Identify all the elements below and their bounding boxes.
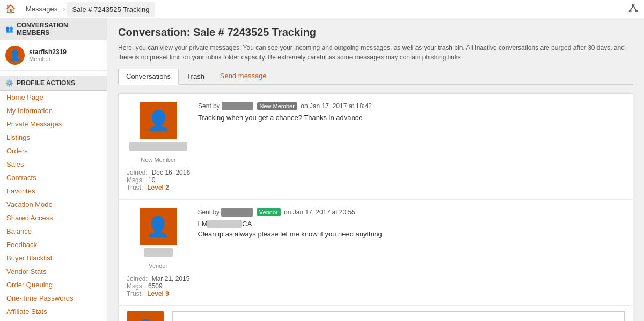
extra-text: LM████CA xyxy=(197,220,625,228)
message-item: 👤 ████████ New Member Joined: Dec 16, 20… xyxy=(119,94,633,200)
tab-send-message[interactable]: Send message xyxy=(213,69,274,84)
user-stats: Joined: Mar 21, 2015 Msgs: 6509 Trust: L… xyxy=(127,275,189,297)
nav-buyer-blacklist[interactable]: Buyer Blacklist xyxy=(0,251,107,265)
join-date: Dec 16, 2016 xyxy=(152,169,190,176)
avatar-icon: 👤 xyxy=(147,109,171,132)
nav-listings[interactable]: Listings xyxy=(0,131,107,144)
messages-area: 👤 ████████ New Member Joined: Dec 16, 20… xyxy=(118,93,633,321)
avatar: 👤 xyxy=(140,102,177,139)
message-text: Tracking when you get a chance? Thanks i… xyxy=(198,114,625,122)
svg-point-2 xyxy=(635,10,637,12)
tabs-bar: Conversations Trash Send message xyxy=(118,69,633,85)
user-stats: Joined: Dec 16, 2016 Msgs: 10 Trust: Lev… xyxy=(127,169,190,191)
badge-new-member: New Member xyxy=(257,102,297,110)
nav-order-queuing[interactable]: Order Queuing xyxy=(0,278,107,292)
svg-point-0 xyxy=(632,4,634,6)
reply-avatar: 👤 xyxy=(127,311,164,321)
nav-orders[interactable]: Orders xyxy=(0,144,107,158)
profile-actions-header: ⚙️ PROFILE ACTIONS xyxy=(0,76,107,91)
top-navigation: 🏠 Messages › Sale # 7243525 Tracking xyxy=(0,0,644,18)
nav-one-time-passwords[interactable]: One-Time Passwords xyxy=(0,292,107,305)
message-meta: Sent by ██████ New Member on Jan 17, 201… xyxy=(198,102,625,110)
user-role: Member xyxy=(29,56,67,62)
nav-favorites[interactable]: Favorites xyxy=(0,184,107,198)
page-title: Conversation: Sale # 7243525 Tracking xyxy=(118,26,633,39)
join-date: Mar 21, 2015 xyxy=(152,275,190,282)
conversation-members-header: 👥 CONVERSATION MEMBERS xyxy=(0,18,107,40)
svg-line-3 xyxy=(630,6,633,10)
sender-name-blurred: ████ xyxy=(144,248,173,257)
svg-line-4 xyxy=(633,6,636,10)
tab-conversations[interactable]: Conversations xyxy=(118,69,179,85)
username-blurred: ██████ xyxy=(221,208,253,217)
cog-icon: ⚙️ xyxy=(5,79,13,87)
message-text: Clean ip as always please let me know if… xyxy=(197,230,625,238)
msg-count: 10 xyxy=(148,176,155,184)
nav-private-messages[interactable]: Private Messages xyxy=(0,117,107,131)
message-item: 👤 ████ Vendor Joined: Mar 21, 2015 Msgs:… xyxy=(119,200,633,306)
message-meta: Sent by ██████ Vendor on Jan 17, 2017 at… xyxy=(197,208,625,217)
nav-vacation-mode[interactable]: Vacation Mode xyxy=(0,198,107,211)
nav-active-tab: Sale # 7243525 Tracking xyxy=(67,2,156,17)
avatar: 👤 xyxy=(140,208,177,245)
user-info: 👤 starfish2319 Member xyxy=(0,40,107,71)
trust-level: Level 2 xyxy=(147,184,169,191)
home-icon[interactable]: 🏠 xyxy=(5,4,16,14)
avatar-icon: 👤 xyxy=(9,49,21,61)
msg-count: 6509 xyxy=(148,282,163,290)
avatar-icon: 👤 xyxy=(146,215,170,238)
nav-my-information[interactable]: My Information xyxy=(0,104,107,117)
profile-actions-nav: Home Page My Information Private Message… xyxy=(0,91,107,321)
nav-affiliate-stats[interactable]: Affiliate Stats xyxy=(0,305,107,318)
tab-trash[interactable]: Trash xyxy=(179,69,213,84)
trust-level: Level 9 xyxy=(147,290,169,297)
reply-box xyxy=(172,311,625,321)
svg-point-1 xyxy=(630,10,631,12)
reply-area: 👤 xyxy=(119,306,633,321)
nav-home-page[interactable]: Home Page xyxy=(0,91,107,104)
avatar-icon: 👤 xyxy=(134,319,158,321)
nav-contracts[interactable]: Contracts xyxy=(0,171,107,184)
main-content: Conversation: Sale # 7243525 Tracking He… xyxy=(107,18,644,321)
sender-name-blurred: ████████ xyxy=(129,142,187,151)
nav-shared-access[interactable]: Shared Access xyxy=(0,211,107,225)
sidebar: 👥 CONVERSATION MEMBERS 👤 starfish2319 Me… xyxy=(0,18,107,321)
reply-textarea[interactable] xyxy=(172,311,625,321)
nav-vendor-stats[interactable]: Vendor Stats xyxy=(0,265,107,278)
sender-role: New Member xyxy=(141,156,175,163)
nav-api-keys[interactable]: API Keys xyxy=(0,318,107,321)
top-nav-right xyxy=(628,3,639,15)
sender-role: Vendor xyxy=(149,263,167,269)
nav-balance[interactable]: Balance xyxy=(0,225,107,238)
nav-messages[interactable]: Messages xyxy=(21,5,62,13)
nav-sales[interactable]: Sales xyxy=(0,158,107,171)
nav-feedback[interactable]: Feedback xyxy=(0,238,107,251)
members-icon: 👥 xyxy=(5,25,13,33)
badge-vendor: Vendor xyxy=(257,208,281,216)
username-blurred: ██████ xyxy=(222,102,253,110)
avatar: 👤 xyxy=(5,46,25,65)
network-icon xyxy=(628,3,639,13)
info-text: Here, you can view your private messages… xyxy=(118,43,633,62)
page-layout: 👥 CONVERSATION MEMBERS 👤 starfish2319 Me… xyxy=(0,18,644,321)
username: starfish2319 xyxy=(29,48,67,56)
